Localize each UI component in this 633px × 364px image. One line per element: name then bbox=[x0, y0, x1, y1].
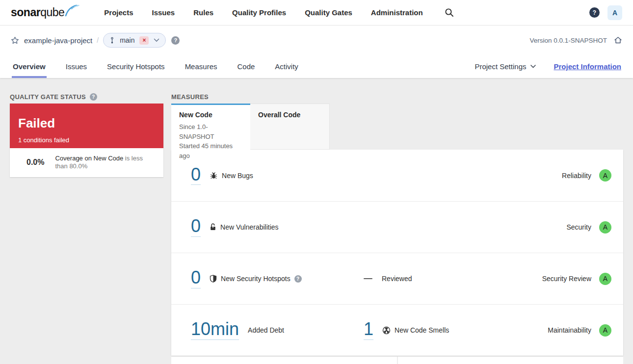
measures-title-row: MEASURES bbox=[171, 92, 623, 102]
project-name[interactable]: example-java-project bbox=[24, 36, 92, 45]
measure-row-security-hotspots: 0 New Security Hotspots ? bbox=[171, 253, 623, 304]
quality-gate-status-card: Failed 1 conditions failed bbox=[10, 104, 163, 148]
quality-gate-title-row: QUALITY GATE STATUS ? bbox=[10, 92, 163, 102]
measures-rows: 0 New Bugs bbox=[171, 150, 623, 356]
quality-gate-title: QUALITY GATE STATUS bbox=[10, 93, 86, 101]
maintainability-rating-badge: A bbox=[599, 324, 611, 337]
help-icon[interactable]: ? bbox=[589, 7, 600, 18]
vulnerabilities-iconlabel: New Vulnerabilities bbox=[210, 223, 279, 231]
hotspots-metric: 0 New Security Hotspots ? bbox=[191, 269, 364, 288]
project-settings-label: Project Settings bbox=[475, 62, 526, 71]
code-smells-metric: 1 New Code Smells bbox=[364, 320, 449, 340]
user-avatar[interactable]: A bbox=[607, 5, 622, 20]
quality-gate-condition[interactable]: 0.0% Coverage on New Code is less than 8… bbox=[10, 148, 163, 177]
security-rating: Security A bbox=[566, 221, 611, 234]
project-information-link[interactable]: Project Information bbox=[554, 62, 621, 71]
security-review-rating: Security Review A bbox=[542, 273, 611, 285]
nav-right-group: ? A bbox=[589, 5, 622, 20]
branch-clear-button[interactable]: × bbox=[139, 36, 149, 45]
chevron-down-icon bbox=[154, 38, 159, 42]
tab-overall-code[interactable]: Overall Code bbox=[250, 104, 330, 150]
breadcrumb-right-group: Version 0.0.1-SNAPSHOT bbox=[529, 36, 622, 44]
top-navigation: sonarqube Projects Issues Rules Quality … bbox=[0, 0, 633, 26]
tab-security-hotspots[interactable]: Security Hotspots bbox=[106, 55, 166, 78]
next-section-partial bbox=[171, 357, 623, 364]
project-version: Version 0.0.1-SNAPSHOT bbox=[529, 37, 607, 44]
new-code-started: Started 45 minutes ago bbox=[179, 141, 242, 160]
lock-icon bbox=[210, 223, 216, 231]
breadcrumb-separator: / bbox=[97, 36, 99, 44]
sonarqube-swoosh-icon bbox=[65, 4, 79, 17]
tab-code[interactable]: Code bbox=[236, 55, 256, 78]
security-rating-badge: A bbox=[599, 221, 611, 234]
duplications-panel-partial bbox=[398, 357, 624, 364]
security-review-label: Security Review bbox=[542, 275, 591, 283]
reliability-rating-badge: A bbox=[599, 169, 611, 182]
new-security-hotspots-count-link[interactable]: 0 bbox=[191, 269, 201, 288]
new-vulnerabilities-count-link[interactable]: 0 bbox=[191, 217, 201, 237]
tab-overview[interactable]: Overview bbox=[12, 55, 47, 78]
bug-icon bbox=[210, 172, 218, 180]
maintainability-label: Maintainability bbox=[548, 326, 591, 334]
new-code-smells-count-link[interactable]: 1 bbox=[364, 320, 373, 340]
new-code-tab-label: New Code bbox=[179, 111, 242, 119]
overview-content: QUALITY GATE STATUS ? Failed 1 condition… bbox=[0, 78, 633, 364]
tab-list: Overview Issues Security Hotspots Measur… bbox=[12, 55, 299, 78]
new-code-since: Since 1.0-SNAPSHOT bbox=[179, 122, 242, 141]
nav-rules[interactable]: Rules bbox=[193, 8, 213, 17]
nav-issues[interactable]: Issues bbox=[152, 8, 175, 17]
nav-administration[interactable]: Administration bbox=[371, 8, 423, 17]
measure-row-maintainability: 10min Added Debt 1 bbox=[171, 304, 623, 356]
tab-issues[interactable]: Issues bbox=[65, 55, 88, 78]
project-tabs: Overview Issues Security Hotspots Measur… bbox=[0, 55, 633, 78]
measures-panel: MEASURES New Code Since 1.0-SNAPSHOT Sta… bbox=[171, 92, 623, 364]
main-nav-links: Projects Issues Rules Quality Profiles Q… bbox=[104, 8, 422, 17]
code-smells-iconlabel: New Code Smells bbox=[382, 326, 449, 335]
nav-projects[interactable]: Projects bbox=[104, 8, 133, 17]
overall-code-tab-label: Overall Code bbox=[258, 111, 321, 119]
quality-gate-conditions-count: 1 conditions failed bbox=[18, 136, 155, 144]
favorite-star-icon[interactable] bbox=[11, 36, 19, 45]
added-debt-label: Added Debt bbox=[248, 326, 284, 334]
condition-value: 0.0% bbox=[26, 158, 44, 167]
breadcrumb: example-java-project / main × ? Version … bbox=[0, 26, 633, 55]
sonarqube-logo-text: sonarqube bbox=[11, 6, 64, 20]
home-icon[interactable] bbox=[614, 36, 622, 44]
hotspots-iconlabel: New Security Hotspots ? bbox=[210, 275, 302, 283]
reviewed-label: Reviewed bbox=[382, 275, 412, 283]
project-settings-menu[interactable]: Project Settings bbox=[475, 62, 536, 71]
nav-quality-profiles[interactable]: Quality Profiles bbox=[232, 8, 286, 17]
condition-metric: Coverage on New Code bbox=[55, 155, 123, 162]
quality-gate-help-icon[interactable]: ? bbox=[90, 93, 97, 101]
measures-tabs: New Code Since 1.0-SNAPSHOT Started 45 m… bbox=[171, 104, 623, 150]
project-header: example-java-project / main × ? Version … bbox=[0, 26, 633, 78]
shield-icon bbox=[210, 275, 217, 283]
branch-icon bbox=[109, 37, 115, 44]
sonarqube-logo[interactable]: sonarqube bbox=[11, 6, 79, 20]
maintainability-rating: Maintainability A bbox=[548, 324, 611, 337]
added-debt-link[interactable]: 10min bbox=[191, 320, 239, 340]
branch-selector[interactable]: main × bbox=[103, 33, 166, 48]
new-code-smells-label: New Code Smells bbox=[395, 326, 449, 334]
logo-bold: sonar bbox=[11, 6, 40, 19]
search-icon[interactable] bbox=[445, 8, 454, 17]
new-bugs-count-link[interactable]: 0 bbox=[191, 166, 201, 185]
tab-measures[interactable]: Measures bbox=[184, 55, 218, 78]
reliability-label: Reliability bbox=[562, 172, 591, 180]
coverage-panel-partial bbox=[171, 357, 397, 364]
tab-new-code[interactable]: New Code Since 1.0-SNAPSHOT Started 45 m… bbox=[171, 104, 250, 150]
quality-gate-status: Failed bbox=[18, 116, 155, 131]
condition-description: Coverage on New Code is less than 80.0% bbox=[55, 155, 156, 171]
code-smell-icon bbox=[382, 326, 391, 335]
bugs-metric: 0 New Bugs bbox=[191, 166, 364, 185]
reviewed-dash bbox=[364, 278, 372, 279]
tab-activity[interactable]: Activity bbox=[274, 55, 299, 78]
branch-name: main bbox=[120, 36, 134, 44]
hotspots-reviewed-group: Reviewed bbox=[364, 275, 412, 283]
tabs-right-group: Project Settings Project Information bbox=[475, 62, 621, 71]
quality-gate-panel: QUALITY GATE STATUS ? Failed 1 condition… bbox=[10, 92, 163, 177]
nav-quality-gates[interactable]: Quality Gates bbox=[305, 8, 352, 17]
hotspots-help-icon[interactable]: ? bbox=[294, 275, 302, 283]
reliability-rating: Reliability A bbox=[562, 169, 611, 182]
branch-help-icon[interactable]: ? bbox=[171, 36, 180, 45]
